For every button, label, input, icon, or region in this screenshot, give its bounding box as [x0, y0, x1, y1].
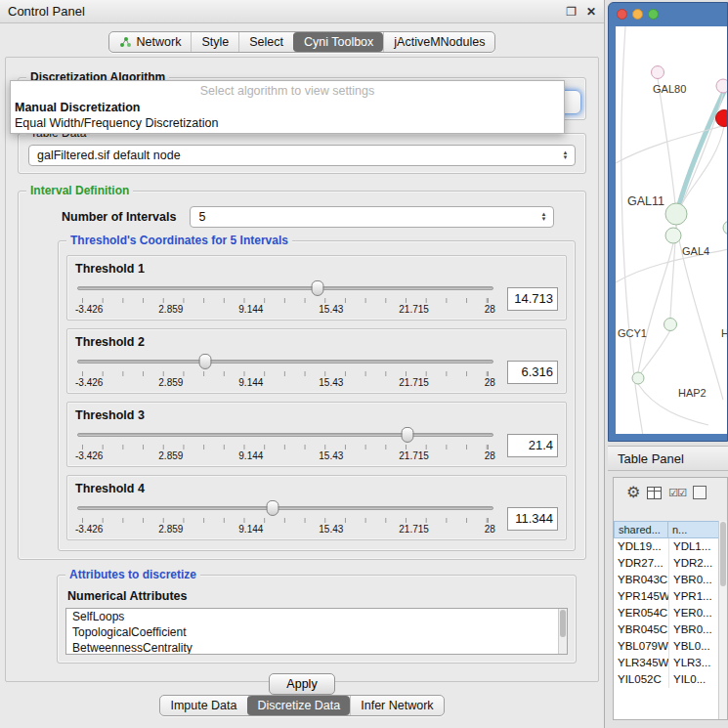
node[interactable]	[632, 372, 644, 384]
scale-label: 21.715	[399, 377, 429, 388]
scrollbar-thumb[interactable]	[720, 522, 726, 586]
apply-button[interactable]: Apply	[269, 673, 335, 695]
table-data-select[interactable]: galFiltered.sif default node ▲▼	[28, 145, 576, 166]
table-row[interactable]: YER054C YER0...	[614, 605, 727, 621]
tab-impute-data[interactable]: Impute Data	[160, 696, 246, 715]
node-label-gal4[interactable]: GAL4	[682, 245, 709, 257]
threshold-4-value-field[interactable]: 11.344	[507, 507, 558, 531]
dropdown-option-manual-discretization[interactable]: Manual Discretization	[11, 100, 564, 115]
node[interactable]	[723, 221, 727, 235]
scale-label: -3.426	[75, 450, 103, 461]
tab-select[interactable]: Select	[238, 32, 293, 52]
table-row[interactable]: YPR145W YPR1...	[614, 588, 727, 605]
tab-jactivemnodules[interactable]: jActiveMNodules	[383, 32, 494, 52]
tab-cyni-toolbox[interactable]: Cyni Toolbox	[293, 32, 383, 52]
table-row[interactable]: YLR345W YLR3...	[614, 655, 727, 671]
node[interactable]	[665, 228, 681, 243]
table-scrollbar[interactable]	[718, 521, 727, 719]
node-label-gcy1[interactable]: GCY1	[618, 327, 647, 339]
table-row[interactable]: YIL052C YIL0...	[614, 671, 727, 688]
gear-icon[interactable]: ⚙	[626, 485, 640, 500]
node-label-gal80[interactable]: GAL80	[653, 83, 686, 95]
slider-ticks	[82, 518, 489, 523]
scale-label: -3.426	[75, 524, 103, 535]
node-gal11[interactable]	[665, 203, 687, 225]
column-header-shared-name[interactable]: shared...	[614, 521, 668, 538]
slider-thumb[interactable]	[267, 500, 279, 516]
slider-thumb[interactable]	[401, 427, 413, 443]
scale-label: 28	[485, 304, 495, 315]
table-row[interactable]: YBR043C YBR0...	[614, 572, 727, 588]
table-row[interactable]: YDL19... YDL1...	[614, 538, 727, 555]
close-icon[interactable]: ✕	[586, 5, 596, 19]
node-label-partial[interactable]: H	[721, 327, 727, 339]
window-title: Control Panel	[8, 4, 85, 19]
slider-thumb[interactable]	[199, 354, 212, 369]
list-scrollbar[interactable]	[558, 609, 567, 654]
edge[interactable]	[658, 78, 675, 204]
scale-label: 21.715	[399, 304, 429, 315]
slider-ticks	[82, 445, 489, 450]
threshold-3-value-field[interactable]: 21.4	[507, 434, 558, 457]
threshold-1-block: Threshold 1 -3.4262.8599.14415.4321.7152…	[66, 255, 567, 321]
columns-icon[interactable]	[647, 487, 662, 499]
float-window-icon[interactable]: ❐	[566, 5, 577, 19]
scale-label: 15.43	[319, 377, 343, 388]
scrollbar-thumb[interactable]	[560, 610, 566, 637]
list-item[interactable]: SelfLoops	[66, 609, 567, 624]
combo-stepper-icon[interactable]: ▲▼	[537, 209, 550, 225]
threshold-4-slider[interactable]	[75, 500, 495, 516]
window-controls	[617, 9, 659, 20]
control-panel-window: Control Panel ❐ ✕ Network Style Se	[0, 0, 605, 728]
threshold-2-slider[interactable]	[75, 354, 495, 369]
edge[interactable]	[616, 124, 727, 163]
minimize-icon[interactable]	[632, 9, 643, 20]
number-of-intervals-select[interactable]: 5 ▲▼	[190, 206, 554, 228]
slider-thumb[interactable]	[312, 280, 324, 296]
select-columns-icon[interactable]: ☑☑	[668, 487, 686, 499]
node-label-gal11[interactable]: GAL11	[627, 194, 664, 208]
table-header: shared... n...	[614, 521, 727, 538]
threshold-1-slider[interactable]	[75, 280, 495, 296]
threshold-3-slider[interactable]	[75, 427, 495, 443]
scale-label: 21.715	[399, 524, 429, 535]
list-item[interactable]: TopologicalCoefficient	[66, 624, 567, 640]
node-gcy1[interactable]	[664, 319, 677, 331]
edge[interactable]	[616, 249, 727, 282]
tab-discretize-data[interactable]: Discretize Data	[247, 696, 351, 715]
network-canvas[interactable]: GAL80 GAL11 GAL4 GCY1 HAP2 H	[616, 26, 727, 434]
threshold-2-value-field[interactable]: 6.316	[507, 361, 558, 384]
combo-stepper-icon[interactable]: ▲▼	[559, 148, 572, 163]
threshold-3-label: Threshold 3	[75, 408, 558, 422]
table-row[interactable]: YDR27... YDR2...	[614, 555, 727, 572]
close-icon[interactable]	[617, 9, 627, 20]
node-label-hap2[interactable]: HAP2	[678, 387, 707, 399]
table-row[interactable]: YBR045C YBR0...	[614, 621, 727, 638]
scale-label: 28	[485, 524, 495, 535]
node[interactable]	[716, 79, 727, 93]
slider-track	[77, 506, 493, 510]
zoom-icon[interactable]	[648, 9, 659, 20]
slider-track	[77, 286, 493, 290]
threshold-4-label: Threshold 4	[75, 482, 558, 495]
list-item[interactable]: BetweennessCentrality	[66, 640, 567, 655]
table-data-value: galFiltered.sif default node	[37, 149, 181, 162]
table-row[interactable]: YBL079W YBL0...	[614, 638, 727, 655]
tab-style[interactable]: Style	[191, 32, 238, 52]
tab-label: Infer Network	[361, 699, 433, 712]
threshold-1-value-field[interactable]: 14.713	[507, 287, 558, 311]
dropdown-option-equal-width-frequency[interactable]: Equal Width/Frequency Discretization	[11, 115, 564, 131]
scale-label: 28	[485, 377, 495, 388]
slider-scale: -3.4262.8599.14415.4321.71528	[75, 450, 495, 461]
scale-label: 2.859	[158, 524, 183, 535]
tab-label: Style	[201, 35, 229, 49]
tab-infer-network[interactable]: Infer Network	[350, 696, 443, 715]
function-icon[interactable]	[693, 486, 707, 499]
scale-label: -3.426	[75, 304, 103, 315]
scale-label: 9.144	[238, 304, 263, 315]
network-icon	[119, 36, 132, 48]
node-gal80[interactable]	[652, 66, 664, 79]
tab-network[interactable]: Network	[109, 32, 192, 52]
numerical-attributes-list[interactable]: SelfLoopsTopologicalCoefficientBetweenne…	[65, 608, 568, 655]
list-items: SelfLoopsTopologicalCoefficientBetweenne…	[66, 609, 567, 655]
